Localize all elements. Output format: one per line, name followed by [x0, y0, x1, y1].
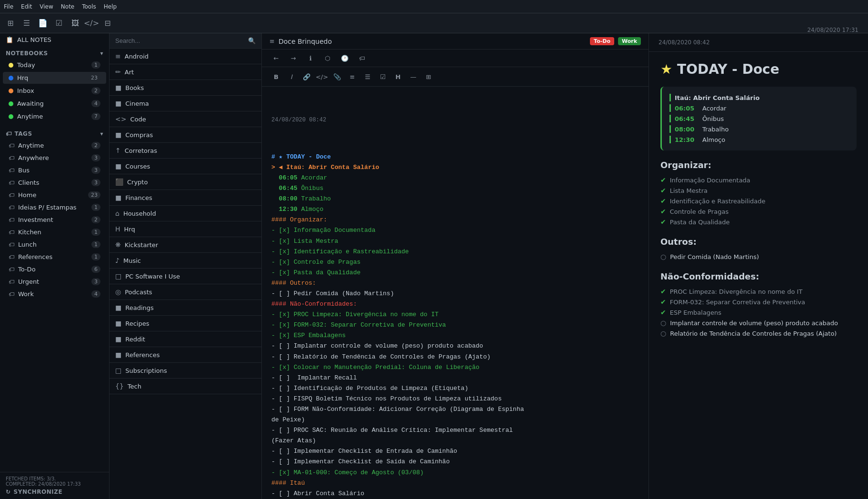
toolbar-list-icon[interactable]: ☰ [20, 17, 33, 30]
nav-tag-btn[interactable]: 🏷 [355, 51, 369, 65]
tag-count: 6 [91, 266, 100, 273]
sidebar-tag-anytime[interactable]: 🏷 Anytime 2 [3, 140, 106, 151]
tag-label: Work [18, 290, 34, 298]
note-list-icon: ■ [115, 319, 121, 327]
note-list-icon: ■ [115, 194, 121, 201]
note-list-icon: ♪ [115, 257, 120, 264]
bold-btn[interactable]: B [269, 70, 283, 83]
menu-file[interactable]: File [4, 3, 13, 10]
note-list-item-household[interactable]: ⌂ Household [110, 206, 261, 221]
note-list-item-art[interactable]: ✏ Art [110, 64, 261, 80]
nav-info-btn[interactable]: ℹ [304, 51, 317, 65]
sidebar-item-awaiting[interactable]: Awaiting 4 [3, 98, 106, 110]
note-list-item-crypto[interactable]: ⬛ Crypto [110, 174, 261, 190]
italic-btn[interactable]: I [285, 70, 298, 83]
editor-content[interactable]: 24/08/2020 08:42 # ★ TODAY - Doce> ◀ Ita… [262, 87, 649, 499]
note-list-item-code[interactable]: <> Code [110, 111, 261, 127]
toolbar-grid-icon[interactable]: ⊞ [4, 17, 17, 30]
editor-line: > ◀ Itaú: Abrir Conta Salário [271, 162, 639, 173]
note-list-icon: ■ [115, 351, 121, 359]
note-list-item-finances[interactable]: ■ Finances [110, 190, 261, 206]
search-input[interactable] [115, 37, 244, 44]
divider-btn[interactable]: — [407, 70, 420, 83]
note-list-item-courses[interactable]: ■ Courses [110, 159, 261, 174]
all-notes-item[interactable]: 📋 ALL NOTES [0, 33, 109, 46]
menu-help[interactable]: Help [104, 3, 117, 10]
sidebar-tag-to-do[interactable]: 🏷 To-Do 6 [3, 263, 106, 275]
note-list-item-subscriptions[interactable]: □ Subscriptions [110, 363, 261, 379]
note-list-item-kickstarter[interactable]: ❋ Kickstarter [110, 237, 261, 253]
menu-view[interactable]: View [40, 3, 53, 10]
preview-check-item: ✔ Informação Documentada [660, 175, 857, 185]
tags-header: 🏷 TAGS ▾ [0, 127, 109, 139]
note-list-item-corretoras[interactable]: ↑ Corretoras [110, 143, 261, 159]
tag-count: 1 [91, 241, 100, 248]
note-list-item-podcasts[interactable]: ◎ Podcasts [110, 284, 261, 300]
menu-note[interactable]: Note [61, 3, 74, 10]
sidebar-item-anytime[interactable]: Anytime 7 [3, 110, 106, 122]
editor-panel: ≡ Doce Brinquedo To-Do Work ← → ℹ ⬡ 🕐 🏷 … [262, 33, 649, 499]
note-list-title: Courses [125, 163, 150, 170]
tags-chevron[interactable]: ▾ [100, 130, 103, 137]
sidebar-tag-kitchen[interactable]: 🏷 Kitchen 1 [3, 226, 106, 238]
note-list-item-music[interactable]: ♪ Music [110, 253, 261, 269]
nav-forward-btn[interactable]: → [287, 51, 300, 65]
note-list-icon: ■ [115, 131, 121, 139]
menu-edit[interactable]: Edit [21, 3, 32, 10]
schedule-header-item: Itaú: Abrir Conta Salário [669, 92, 849, 103]
attach-btn[interactable]: 📎 [330, 70, 344, 83]
sidebar-tag-urgent[interactable]: 🏷 Urgent 3 [3, 276, 106, 288]
note-list-title: Finances [125, 194, 152, 201]
note-list-item-references[interactable]: ■ References [110, 347, 261, 363]
sidebar-tag-anywhere[interactable]: 🏷 Anywhere 3 [3, 152, 106, 164]
sidebar-tag-ideias-p/-estampas[interactable]: 🏷 Ideias P/ Estampas 1 [3, 201, 106, 213]
sidebar-tag-bus[interactable]: 🏷 Bus 3 [3, 164, 106, 176]
sidebar-item-inbox[interactable]: Inbox 2 [3, 85, 106, 97]
note-list-item-reddit[interactable]: ■ Reddit [110, 331, 261, 347]
notebooks-chevron[interactable]: ▾ [100, 50, 103, 57]
sidebar-tag-references[interactable]: 🏷 References 1 [3, 251, 106, 263]
nav-share-btn[interactable]: ⬡ [321, 51, 334, 65]
note-list-item-readings[interactable]: ■ Readings [110, 300, 261, 316]
nav-back-btn[interactable]: ← [269, 51, 283, 65]
tag-count: 1 [91, 204, 100, 211]
toolbar-check-icon[interactable]: ☑ [52, 17, 66, 30]
note-list-item-cinema[interactable]: ■ Cinema [110, 96, 261, 111]
sidebar-tag-work[interactable]: 🏷 Work 4 [3, 288, 106, 300]
schedule-item-3: 08:00 Trabalho [669, 124, 849, 134]
note-list-title: Music [123, 257, 141, 264]
note-list-item-pc-software-i-use[interactable]: □ PC Software I Use [110, 269, 261, 284]
toolbar-image-icon[interactable]: 🖼 [69, 17, 82, 30]
table-btn[interactable]: ⊞ [422, 70, 435, 83]
toolbar-layout-icon[interactable]: ⊟ [101, 17, 114, 30]
sidebar-item-today[interactable]: Today 1 [3, 59, 106, 71]
link-btn[interactable]: 🔗 [300, 70, 313, 83]
note-list-item-tech[interactable]: {} Tech [110, 379, 261, 394]
ol-btn[interactable]: ≡ [346, 70, 359, 83]
tags-label: TAGS [15, 130, 32, 137]
sidebar-tag-lunch[interactable]: 🏷 Lunch 1 [3, 239, 106, 250]
sidebar-tag-investment[interactable]: 🏷 Investment 2 [3, 214, 106, 226]
nav-clock-btn[interactable]: 🕐 [338, 51, 351, 65]
note-list-item-hrq[interactable]: H Hrq [110, 221, 261, 237]
note-list-item-books[interactable]: ■ Books [110, 80, 261, 96]
sidebar-tag-clients[interactable]: 🏷 Clients 3 [3, 177, 106, 189]
note-list-item-compras[interactable]: ■ Compras [110, 127, 261, 143]
badge-work[interactable]: Work [618, 37, 641, 45]
sync-button[interactable]: ↻ SYNCHRONIZE [6, 489, 103, 495]
menu-tools[interactable]: Tools [82, 3, 96, 10]
schedule-item-4: 12:30 Almoço [669, 134, 849, 145]
toolbar-file-icon[interactable]: 📄 [36, 17, 50, 30]
sidebar-tag-home[interactable]: 🏷 Home 23 [3, 189, 106, 201]
code-btn[interactable]: </> [315, 70, 329, 83]
toolbar-code-icon[interactable]: </> [85, 17, 98, 30]
search-icon[interactable]: 🔍 [248, 37, 256, 44]
check-btn[interactable]: ☑ [376, 70, 389, 83]
note-list-item-android[interactable]: ≡ Android [110, 49, 261, 64]
heading-btn[interactable]: H [391, 70, 405, 83]
sidebar-item-hrq[interactable]: Hrq 23 [3, 72, 106, 84]
tag-icon: 🏷 [9, 192, 14, 199]
badge-todo[interactable]: To-Do [590, 37, 614, 45]
note-list-item-recipes[interactable]: ■ Recipes [110, 316, 261, 331]
ul-btn[interactable]: ☰ [361, 70, 374, 83]
